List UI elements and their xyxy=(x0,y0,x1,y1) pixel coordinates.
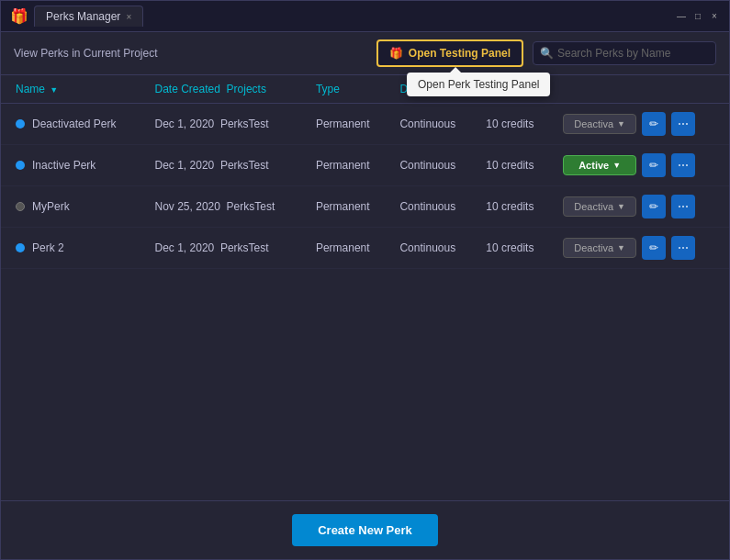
cell-credits-2: 10 credits xyxy=(477,186,554,228)
cell-date-projects-2: Nov 25, 2020 PerksTest xyxy=(146,186,307,228)
table-body: Deactivated Perk Dec 1, 2020 PerksTest P… xyxy=(1,104,729,269)
maximize-button[interactable]: □ xyxy=(692,11,703,22)
open-testing-btn-label: Open Testing Panel xyxy=(409,47,511,60)
table-row: Inactive Perk Dec 1, 2020 PerksTest Perm… xyxy=(1,145,729,186)
footer: Create New Perk xyxy=(1,500,729,559)
search-input[interactable] xyxy=(533,41,716,65)
status-label-2: Deactiva xyxy=(574,201,613,212)
cell-name-2: MyPerk xyxy=(1,186,146,228)
perks-table-container: Name ▼ Date Created Projects Type Durati… xyxy=(1,75,729,500)
cell-name-0: Deactivated Perk xyxy=(1,104,146,145)
status-button-0[interactable]: Deactiva ▼ xyxy=(563,114,636,134)
status-dot-2 xyxy=(16,202,25,211)
more-button-0[interactable]: ⋯ xyxy=(671,112,695,136)
col-header-name[interactable]: Name ▼ xyxy=(1,75,146,104)
cell-type-3: Permanent xyxy=(307,228,391,269)
table-header-row: Name ▼ Date Created Projects Type Durati… xyxy=(1,75,729,104)
testing-panel-icon: 🎁 xyxy=(389,47,403,60)
chevron-icon-0: ▼ xyxy=(617,119,625,129)
cell-date-projects-0: Dec 1, 2020 PerksTest xyxy=(146,104,307,145)
cell-credits-0: 10 credits xyxy=(477,104,554,145)
cell-actions-0: Deactiva ▼ ✏ ⋯ xyxy=(554,104,729,145)
table-row: Perk 2 Dec 1, 2020 PerksTest Permanent C… xyxy=(1,228,729,269)
search-wrapper: 🔍 xyxy=(533,41,716,65)
tooltip-text: Open Perk Testing Panel xyxy=(418,78,540,91)
edit-button-3[interactable]: ✏ xyxy=(642,236,666,260)
sort-icon: ▼ xyxy=(50,85,58,95)
create-new-perk-button[interactable]: Create New Perk xyxy=(292,514,438,546)
chevron-icon-1: ▼ xyxy=(612,161,621,170)
tab-label: Perks Manager xyxy=(46,10,120,23)
status-dot-0 xyxy=(16,119,25,129)
edit-button-2[interactable]: ✏ xyxy=(642,195,666,218)
col-header-date-projects: Date Created Projects xyxy=(146,75,307,104)
status-button-2[interactable]: Deactiva ▼ xyxy=(563,196,636,217)
cell-actions-3: Deactiva ▼ ✏ ⋯ xyxy=(554,228,729,269)
perks-table: Name ▼ Date Created Projects Type Durati… xyxy=(1,75,729,269)
col-header-type: Type xyxy=(307,75,391,104)
cell-duration-2: Continuous xyxy=(390,186,477,228)
tooltip-popup: Open Perk Testing Panel xyxy=(407,73,551,96)
status-label-3: Deactiva xyxy=(574,242,613,253)
main-window: 🎁 Perks Manager × — □ × View Perks in Cu… xyxy=(0,0,730,560)
cell-name-1: Inactive Perk xyxy=(1,145,146,186)
cell-actions-2: Deactiva ▼ ✏ ⋯ xyxy=(554,186,729,228)
table-row: Deactivated Perk Dec 1, 2020 PerksTest P… xyxy=(1,104,729,145)
edit-button-1[interactable]: ✏ xyxy=(642,153,666,177)
more-button-2[interactable]: ⋯ xyxy=(671,195,695,218)
cell-credits-1: 10 credits xyxy=(477,145,554,186)
toolbar: View Perks in Current Project 🎁 Open Tes… xyxy=(1,32,729,75)
status-button-1[interactable]: Active ▼ xyxy=(563,155,636,175)
minimize-button[interactable]: — xyxy=(676,11,687,22)
status-button-3[interactable]: Deactiva ▼ xyxy=(563,238,636,258)
perk-name-0: Deactivated Perk xyxy=(32,118,116,130)
app-icon: 🎁 xyxy=(10,7,28,25)
titlebar: 🎁 Perks Manager × — □ × xyxy=(1,1,729,32)
perk-name-1: Inactive Perk xyxy=(32,159,95,172)
status-label-1: Active xyxy=(578,160,609,171)
perk-name-3: Perk 2 xyxy=(32,241,64,254)
toolbar-label: View Perks in Current Project xyxy=(14,47,367,60)
cell-credits-3: 10 credits xyxy=(477,228,554,269)
col-header-actions xyxy=(554,75,729,104)
open-testing-panel-button[interactable]: 🎁 Open Testing Panel xyxy=(376,39,523,67)
window-controls: — □ × xyxy=(676,11,720,22)
close-button[interactable]: × xyxy=(709,11,720,22)
more-button-3[interactable]: ⋯ xyxy=(671,236,695,260)
cell-actions-1: Active ▼ ✏ ⋯ xyxy=(554,145,729,186)
status-dot-1 xyxy=(16,161,25,170)
open-testing-panel-wrapper: 🎁 Open Testing Panel Open Perk Testing P… xyxy=(376,39,523,67)
tab-perks-manager[interactable]: Perks Manager × xyxy=(34,6,143,27)
edit-button-0[interactable]: ✏ xyxy=(642,112,666,136)
status-label-0: Deactiva xyxy=(574,118,613,129)
cell-date-projects-3: Dec 1, 2020 PerksTest xyxy=(146,228,307,269)
table-row: MyPerk Nov 25, 2020 PerksTest Permanent … xyxy=(1,186,729,228)
cell-type-1: Permanent xyxy=(307,145,391,186)
more-button-1[interactable]: ⋯ xyxy=(671,153,695,177)
status-dot-3 xyxy=(16,243,25,252)
cell-duration-0: Continuous xyxy=(390,104,477,145)
tab-close-button[interactable]: × xyxy=(126,12,131,22)
cell-date-projects-1: Dec 1, 2020 PerksTest xyxy=(146,145,307,186)
chevron-icon-2: ▼ xyxy=(617,202,625,211)
chevron-icon-3: ▼ xyxy=(617,243,625,252)
cell-type-2: Permanent xyxy=(307,186,391,228)
cell-name-3: Perk 2 xyxy=(1,228,146,269)
cell-duration-1: Continuous xyxy=(390,145,477,186)
cell-duration-3: Continuous xyxy=(390,228,477,269)
cell-type-0: Permanent xyxy=(307,104,391,145)
perk-name-2: MyPerk xyxy=(32,200,70,213)
